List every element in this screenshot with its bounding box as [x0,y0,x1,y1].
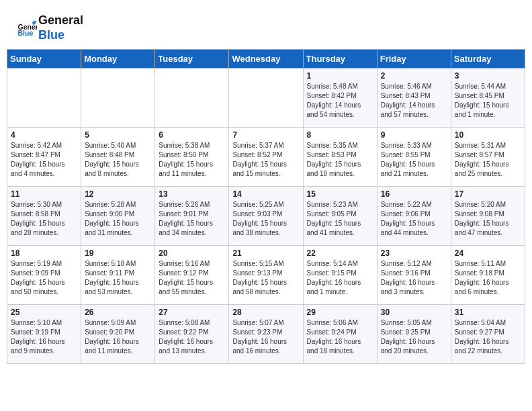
day-info: Sunrise: 5:09 AM Sunset: 9:20 PM Dayligh… [85,318,151,356]
calendar-cell: 3Sunrise: 5:44 AM Sunset: 8:45 PM Daylig… [451,68,525,128]
weekday-header-sunday: Sunday [7,50,81,68]
day-info: Sunrise: 5:26 AM Sunset: 9:01 PM Dayligh… [159,200,225,238]
calendar-cell: 22Sunrise: 5:14 AM Sunset: 9:15 PM Dayli… [303,246,377,305]
day-number: 8 [307,130,373,140]
day-info: Sunrise: 5:28 AM Sunset: 9:00 PM Dayligh… [85,200,151,238]
calendar-week-4: 18Sunrise: 5:19 AM Sunset: 9:09 PM Dayli… [7,246,525,305]
day-info: Sunrise: 5:25 AM Sunset: 9:03 PM Dayligh… [232,200,299,238]
day-info: Sunrise: 5:16 AM Sunset: 9:12 PM Dayligh… [159,259,225,297]
day-number: 30 [381,308,447,317]
day-number: 5 [85,130,151,140]
day-info: Sunrise: 5:38 AM Sunset: 8:50 PM Dayligh… [159,141,225,179]
calendar-cell: 11Sunrise: 5:30 AM Sunset: 8:58 PM Dayli… [7,187,81,246]
day-info: Sunrise: 5:48 AM Sunset: 8:42 PM Dayligh… [307,82,373,120]
day-info: Sunrise: 5:12 AM Sunset: 9:16 PM Dayligh… [381,259,447,297]
calendar-cell: 27Sunrise: 5:08 AM Sunset: 9:22 PM Dayli… [155,305,229,364]
calendar-cell: 25Sunrise: 5:10 AM Sunset: 9:19 PM Dayli… [7,305,81,364]
calendar-cell: 28Sunrise: 5:07 AM Sunset: 9:23 PM Dayli… [229,305,303,364]
day-number: 26 [85,308,151,317]
weekday-header-wednesday: Wednesday [229,50,303,68]
day-number: 27 [159,308,225,317]
logo-icon: General Blue [17,18,37,38]
day-info: Sunrise: 5:23 AM Sunset: 9:05 PM Dayligh… [307,200,373,238]
calendar-cell: 9Sunrise: 5:33 AM Sunset: 8:55 PM Daylig… [377,128,451,187]
day-number: 4 [11,130,77,140]
day-number: 29 [307,308,373,317]
calendar-cell: 15Sunrise: 5:23 AM Sunset: 9:05 PM Dayli… [303,187,377,246]
day-number: 19 [85,248,151,258]
calendar-cell: 7Sunrise: 5:37 AM Sunset: 8:52 PM Daylig… [229,128,303,187]
day-number: 25 [11,308,77,317]
day-info: Sunrise: 5:06 AM Sunset: 9:24 PM Dayligh… [307,318,373,356]
calendar-cell: 17Sunrise: 5:20 AM Sunset: 9:08 PM Dayli… [451,187,525,246]
day-info: Sunrise: 5:11 AM Sunset: 9:18 PM Dayligh… [455,259,521,297]
day-number: 3 [455,71,521,81]
calendar-header-row: SundayMondayTuesdayWednesdayThursdayFrid… [7,50,525,68]
calendar-table: SundayMondayTuesdayWednesdayThursdayFrid… [7,49,525,364]
page-header: General Blue General Blue [7,7,525,46]
calendar-cell: 10Sunrise: 5:31 AM Sunset: 8:57 PM Dayli… [451,128,525,187]
day-number: 22 [307,248,373,258]
calendar-cell [81,68,155,128]
calendar-cell: 18Sunrise: 5:19 AM Sunset: 9:09 PM Dayli… [7,246,81,305]
calendar-cell: 2Sunrise: 5:46 AM Sunset: 8:43 PM Daylig… [377,68,451,128]
calendar-week-5: 25Sunrise: 5:10 AM Sunset: 9:19 PM Dayli… [7,305,525,364]
weekday-header-saturday: Saturday [451,50,525,68]
day-info: Sunrise: 5:30 AM Sunset: 8:58 PM Dayligh… [11,200,77,238]
day-number: 14 [232,189,299,199]
calendar-cell: 26Sunrise: 5:09 AM Sunset: 9:20 PM Dayli… [81,305,155,364]
weekday-header-monday: Monday [81,50,155,68]
logo: General Blue General Blue [17,13,83,42]
day-info: Sunrise: 5:33 AM Sunset: 8:55 PM Dayligh… [381,141,447,179]
day-number: 7 [232,130,299,140]
day-info: Sunrise: 5:15 AM Sunset: 9:13 PM Dayligh… [232,259,299,297]
day-number: 2 [381,71,447,81]
day-number: 17 [455,189,521,199]
calendar-week-3: 11Sunrise: 5:30 AM Sunset: 8:58 PM Dayli… [7,187,525,246]
calendar-cell: 20Sunrise: 5:16 AM Sunset: 9:12 PM Dayli… [155,246,229,305]
calendar-cell: 13Sunrise: 5:26 AM Sunset: 9:01 PM Dayli… [155,187,229,246]
day-number: 23 [381,248,447,258]
day-number: 10 [455,130,521,140]
day-number: 18 [11,248,77,258]
day-info: Sunrise: 5:04 AM Sunset: 9:27 PM Dayligh… [455,318,521,356]
day-number: 12 [85,189,151,199]
calendar-cell [7,68,81,128]
day-number: 28 [232,308,299,317]
calendar-cell: 24Sunrise: 5:11 AM Sunset: 9:18 PM Dayli… [451,246,525,305]
day-number: 24 [455,248,521,258]
day-number: 16 [381,189,447,199]
day-info: Sunrise: 5:07 AM Sunset: 9:23 PM Dayligh… [232,318,299,356]
day-info: Sunrise: 5:40 AM Sunset: 8:48 PM Dayligh… [85,141,151,179]
day-info: Sunrise: 5:14 AM Sunset: 9:15 PM Dayligh… [307,259,373,297]
day-number: 15 [307,189,373,199]
day-info: Sunrise: 5:46 AM Sunset: 8:43 PM Dayligh… [381,82,447,120]
svg-text:Blue: Blue [18,28,34,36]
day-info: Sunrise: 5:42 AM Sunset: 8:47 PM Dayligh… [11,141,77,179]
weekday-header-friday: Friday [377,50,451,68]
calendar-cell [155,68,229,128]
day-info: Sunrise: 5:19 AM Sunset: 9:09 PM Dayligh… [11,259,77,297]
day-info: Sunrise: 5:22 AM Sunset: 9:06 PM Dayligh… [381,200,447,238]
calendar-cell: 31Sunrise: 5:04 AM Sunset: 9:27 PM Dayli… [451,305,525,364]
day-number: 11 [11,189,77,199]
calendar-cell: 30Sunrise: 5:05 AM Sunset: 9:25 PM Dayli… [377,305,451,364]
day-number: 1 [307,71,373,81]
day-info: Sunrise: 5:35 AM Sunset: 8:53 PM Dayligh… [307,141,373,179]
day-info: Sunrise: 5:08 AM Sunset: 9:22 PM Dayligh… [159,318,225,356]
calendar-cell: 21Sunrise: 5:15 AM Sunset: 9:13 PM Dayli… [229,246,303,305]
day-number: 31 [455,308,521,317]
logo-text-line2: Blue [38,28,83,43]
day-number: 13 [159,189,225,199]
day-info: Sunrise: 5:20 AM Sunset: 9:08 PM Dayligh… [455,200,521,238]
calendar-cell: 8Sunrise: 5:35 AM Sunset: 8:53 PM Daylig… [303,128,377,187]
calendar-cell: 12Sunrise: 5:28 AM Sunset: 9:00 PM Dayli… [81,187,155,246]
calendar-cell: 19Sunrise: 5:18 AM Sunset: 9:11 PM Dayli… [81,246,155,305]
calendar-cell: 29Sunrise: 5:06 AM Sunset: 9:24 PM Dayli… [303,305,377,364]
calendar-cell: 23Sunrise: 5:12 AM Sunset: 9:16 PM Dayli… [377,246,451,305]
day-number: 20 [159,248,225,258]
calendar-week-1: 1Sunrise: 5:48 AM Sunset: 8:42 PM Daylig… [7,68,525,128]
calendar-week-2: 4Sunrise: 5:42 AM Sunset: 8:47 PM Daylig… [7,128,525,187]
weekday-header-thursday: Thursday [303,50,377,68]
weekday-header-tuesday: Tuesday [155,50,229,68]
